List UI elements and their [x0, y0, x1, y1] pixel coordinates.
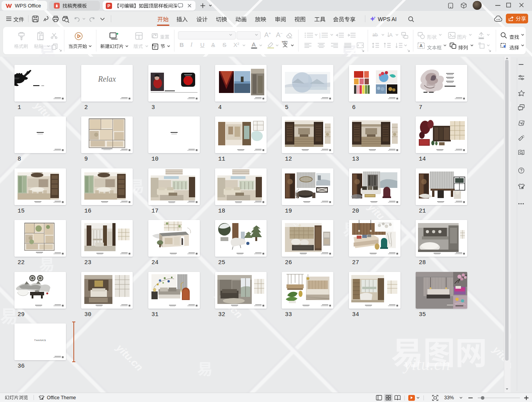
svg-text:A: A	[389, 32, 393, 38]
svg-text:Relax: Relax	[98, 75, 116, 83]
svg-text:P: P	[107, 4, 110, 8]
svg-text:3: 3	[319, 36, 320, 39]
svg-text:THANKS: THANKS	[34, 339, 46, 341]
svg-text:A: A	[420, 43, 423, 48]
